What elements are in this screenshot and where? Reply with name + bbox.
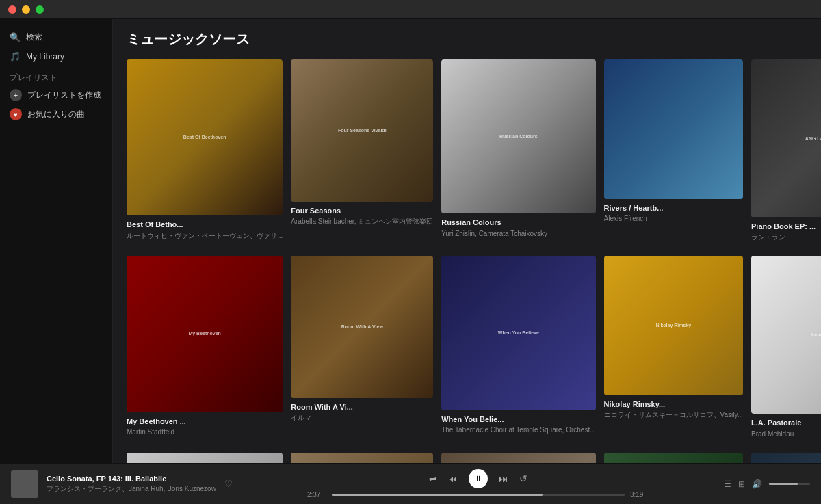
album-title: Rivers / Heartb... [604,203,744,213]
sidebar: 🔍 検索 🎵 My Library プレイリスト + プレイリストを作成 ♥ お… [0,19,113,463]
album-artist: Martin Stadtfeld [127,427,283,436]
player-track-artist: フランシス・プーランク、Janina Ruh, Boris Kuznezow [47,484,216,494]
album-card[interactable]: Nikolay RimskyNikolay Rimsky...ニコライ・リムスキ… [604,256,744,441]
close-button[interactable] [8,5,16,14]
album-artist: ルートウィヒ・ヴァン・ベートーヴェン、ヴァリ... [127,231,283,240]
progress-fill [332,494,543,496]
create-playlist-button[interactable]: + プレイリストを作成 [0,85,112,105]
volume-bar[interactable] [769,483,810,485]
current-time: 2:37 [307,491,326,499]
previous-button[interactable]: ⏮ [448,473,458,484]
album-art: Russian Colours [441,59,595,213]
title-bar [0,0,821,19]
minimize-button[interactable] [22,5,30,14]
heart-icon: ♥ [10,108,22,120]
album-title: Best Of Betho... [127,220,283,229]
album-title: Room With A Vi... [291,402,433,412]
sidebar-item-library[interactable]: 🎵 My Library [0,47,112,66]
album-art [604,59,744,199]
album-card[interactable]: Best Of BeethovenBest Of Betho...ルートウィヒ・… [127,59,283,245]
album-card[interactable]: DRIVEWAYSDriveways (Ori...Jay Wadley [291,453,433,463]
player-track-title: Cello Sonata, FP 143: III. Ballabile [47,475,216,483]
sidebar-item-search[interactable]: 🔍 検索 [0,27,112,47]
repeat-button[interactable]: ↺ [519,473,527,484]
album-art: Beethoven Around [751,453,821,463]
album-art: Room With A View [291,256,433,398]
album-artist: Brad Mehldau [751,429,821,438]
add-icon: + [10,89,22,101]
album-card[interactable]: My BeethovenMy Beethoven ...Martin Stadt… [127,256,283,441]
album-artist: Alexis Ffrench [604,214,744,223]
album-title: Nikolay Rimsky... [604,399,744,409]
album-art: Nikolay Rimsky [604,256,744,395]
album-card[interactable]: Beethoven AroundBeethoven Aro...ルートウィヒ・ヴ… [751,453,821,463]
album-art: My Beethoven [127,256,283,412]
shuffle-button[interactable]: ⇌ [429,473,437,484]
album-card[interactable]: Room With A ViewRoom With A Vi...イルマ [291,256,433,441]
album-card[interactable]: Rivers / Heartb...Alexis Ffrench [604,59,744,245]
library-label: My Library [26,52,64,62]
album-art: British Violin [604,453,744,463]
volume-icon[interactable]: 🔊 [752,479,762,489]
search-label: 検索 [26,31,42,43]
album-art: Four Seasons Vivaldi [291,59,433,202]
album-grid: Best Of BeethovenBest Of Betho...ルートウィヒ・… [127,59,807,463]
album-art: Best Of Beethoven [127,59,283,215]
album-artist: The Tabernacle Choir at Temple Square, O… [441,425,595,434]
favorites-button[interactable]: ♥ お気に入りの曲 [0,105,112,124]
album-art [441,453,595,463]
player-album-art [11,470,38,498]
album-artist: ラン・ラン [751,233,821,241]
album-artist: Yuri Zhislin, Camerata Tchaikovsky [441,229,595,238]
next-button[interactable]: ⏭ [499,473,508,484]
album-art: LANG LANG Piano Book [751,59,821,217]
list-icon[interactable]: ☰ [724,479,731,489]
album-title: When You Belie... [441,414,595,424]
player-right-controls: ☰ ⊞ 🔊 [724,479,810,489]
app-body: 🔍 検索 🎵 My Library プレイリスト + プレイリストを作成 ♥ お… [0,19,821,463]
progress-row: 2:37 3:19 [307,491,649,499]
main-content: ミュージックソース Best Of BeethovenBest Of Betho… [113,19,821,463]
album-title: My Beethoven ... [127,416,283,426]
album-card[interactable]: TröstrapporterJacob Mühlrad, Joel Lyssar… [441,453,595,463]
control-buttons: ⇌ ⏮ ⏸ ⏭ ↺ [429,469,527,488]
album-art: When You Believe [441,256,595,410]
album-art: ludovico einaudi [751,256,821,414]
album-title: Four Seasons [291,206,433,215]
player-bar: Cello Sonata, FP 143: III. Ballabile フラン… [0,463,821,504]
album-card[interactable]: ludovico einaudiL.A. PastoraleBrad Mehld… [751,256,821,441]
play-pause-button[interactable]: ⏸ [469,469,488,488]
album-artist: Arabella Steinbacher, ミュンヘン室内管弦楽団 [291,217,433,226]
player-track-info: Cello Sonata, FP 143: III. Ballabile フラン… [47,475,216,494]
album-title: Piano Book EP: ... [751,222,821,231]
favorites-label: お気に入りの曲 [27,109,85,120]
album-card[interactable]: Four Seasons VivaldiFour SeasonsArabella… [291,59,433,245]
total-time: 3:19 [630,491,649,499]
create-playlist-label: プレイリストを作成 [27,90,101,101]
album-card[interactable]: LANG LANG Piano BookPiano Book EP: ...ラン… [751,59,821,245]
progress-bar[interactable] [332,494,625,496]
album-art: DRIVEWAYS [291,453,433,463]
album-card[interactable]: British ViolinBritish Violin So...Tasmin… [604,453,744,463]
playlist-section-label: プレイリスト [0,66,112,85]
album-card[interactable]: When You BelieveWhen You Belie...The Tab… [441,256,595,441]
album-title: Russian Colours [441,217,595,227]
album-card[interactable]: Beethoven PianoBeethoven: Pia...小澤征爾, マル… [127,453,283,463]
album-title: L.A. Pastorale [751,418,821,427]
album-artist: イルマ [291,413,433,422]
album-artist: ニコライ・リムスキー＝コルサコフ、Vasily... [604,410,744,419]
page-title: ミュージックソース [127,30,807,49]
grid-icon[interactable]: ⊞ [738,479,745,489]
volume-fill [769,483,798,485]
player-heart-button[interactable]: ♡ [224,479,233,489]
album-card[interactable]: Russian ColoursRussian ColoursYuri Zhisl… [441,59,595,245]
player-controls: ⇌ ⏮ ⏸ ⏭ ↺ 2:37 3:19 [241,469,716,499]
album-art: Beethoven Piano [127,453,283,463]
maximize-button[interactable] [36,5,44,14]
search-icon: 🔍 [10,32,21,42]
library-icon: 🎵 [10,51,21,62]
